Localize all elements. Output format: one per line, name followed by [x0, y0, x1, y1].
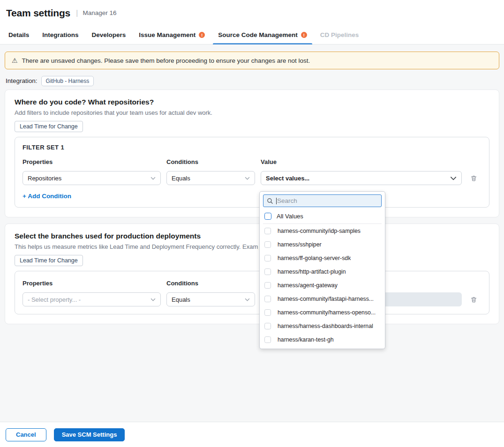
option-checkbox[interactable]: [264, 282, 271, 289]
properties-select-value: Repositories: [28, 175, 150, 182]
option-checkbox[interactable]: [264, 255, 271, 261]
option-checkbox[interactable]: [264, 309, 271, 316]
option-checkbox[interactable]: [264, 336, 271, 343]
text-caret: [276, 198, 277, 204]
lead-time-chip: Lead Time for Change: [15, 255, 83, 266]
option-checkbox[interactable]: [264, 296, 271, 302]
tab[interactable]: Integrations: [36, 26, 85, 44]
dropdown-option-label: harness-community/fastapi-harness...: [278, 296, 374, 302]
tab[interactable]: Source Code Management !: [211, 26, 314, 44]
title-separator: |: [76, 8, 78, 18]
section-subtitle: This helps us measure metrics like Lead …: [15, 243, 258, 250]
integration-label: Integration:: [6, 77, 38, 84]
conditions-select[interactable]: Equals: [166, 292, 255, 306]
dropdown-option[interactable]: harness/http-artifact-plugin: [263, 265, 382, 278]
save-scm-settings-button[interactable]: Save SCM Settings: [54, 428, 125, 441]
unsaved-changes-banner: ⚠ There are unsaved changes. Please save…: [5, 52, 499, 69]
repositories-section-card: Where do you code? What repositories? Ad…: [5, 89, 499, 217]
chevron-down-icon: [450, 176, 457, 180]
warning-icon: ⚠: [12, 57, 18, 64]
properties-column-label: Properties: [23, 280, 161, 287]
properties-column-label: Properties: [23, 158, 161, 165]
conditions-column-label: Conditions: [166, 158, 255, 165]
dropdown-option-label: harness/karan-test-gh: [278, 336, 334, 343]
dropdown-option[interactable]: harness-community/harness-openso...: [263, 305, 382, 319]
dropdown-option[interactable]: harness/ff-golang-server-sdk: [263, 251, 382, 265]
dropdown-option[interactable]: harness/...: [263, 346, 382, 349]
conditions-column-label: Conditions: [166, 280, 255, 287]
dropdown-option[interactable]: harness/harness-dashboards-internal: [263, 319, 382, 333]
page-subtitle: Manager 16: [83, 9, 116, 16]
tab-label: Integrations: [42, 31, 78, 38]
dropdown-option-label: harness/http-artifact-plugin: [278, 268, 346, 275]
integration-chip[interactable]: GitHub - Harness: [41, 76, 94, 86]
delete-filter-button[interactable]: [467, 172, 480, 184]
trash-icon: [470, 175, 477, 182]
filter-set-box: FILTER SET 1 Properties Conditions Value…: [15, 137, 489, 208]
dropdown-option-label: harness/agent-gateway: [278, 282, 338, 289]
dropdown-option-label: harness/ff-golang-server-sdk: [278, 255, 351, 261]
value-dropdown-panel: All Values harness-community/idp-samples…: [259, 191, 385, 349]
lead-time-chip: Lead Time for Change: [15, 121, 83, 132]
dropdown-option[interactable]: harness/agent-gateway: [263, 278, 382, 292]
dropdown-option-label: harness-community/harness-openso...: [278, 309, 376, 316]
chevron-down-icon: [245, 177, 250, 180]
tab-label: CD Pipelines: [320, 31, 359, 38]
properties-select[interactable]: Repositories: [23, 171, 161, 185]
properties-select[interactable]: - Select property... -: [23, 292, 161, 306]
banner-text: There are unsaved changes. Please save t…: [22, 57, 310, 64]
tab-label: Developers: [92, 31, 126, 38]
select-all-option[interactable]: All Values: [263, 209, 382, 224]
dropdown-option[interactable]: harness/karan-test-gh: [263, 333, 382, 346]
section-title: Select the branches used for production …: [15, 232, 489, 240]
dropdown-search-box[interactable]: [263, 194, 382, 207]
section-title: Where do you code? What repositories?: [15, 98, 489, 106]
value-column-label: Value: [261, 158, 462, 165]
branches-section-card: Select the branches used for production …: [5, 224, 499, 324]
dropdown-options-list: harness-community/idp-samples harness/ss…: [263, 224, 382, 349]
add-condition-button[interactable]: + Add Condition: [23, 193, 71, 200]
option-checkbox[interactable]: [264, 228, 271, 234]
all-values-label: All Values: [277, 213, 303, 220]
dropdown-option-label: harness/sshpiper: [278, 241, 322, 248]
alert-badge-icon: !: [199, 32, 205, 38]
search-icon: [267, 198, 273, 204]
chevron-down-icon: [245, 298, 250, 301]
cancel-button[interactable]: Cancel: [6, 428, 46, 441]
chevron-down-icon: [150, 177, 156, 180]
footer-bar: Cancel Save SCM Settings: [0, 422, 504, 447]
dropdown-option-label: harness/harness-dashboards-internal: [278, 323, 373, 329]
section-subtitle: Add filters to include repositories that…: [15, 109, 489, 116]
integration-row: Integration: GitHub - Harness: [6, 75, 498, 86]
all-values-checkbox[interactable]: [264, 213, 271, 220]
filter-set-label: FILTER SET 1: [23, 144, 481, 151]
tab-bar: Details Integrations Developers Issue Ma…: [0, 26, 504, 45]
dropdown-option-label: harness-community/idp-samples: [278, 228, 361, 234]
chevron-down-icon: [150, 298, 156, 301]
conditions-select-value: Equals: [172, 296, 245, 303]
search-input[interactable]: [277, 197, 378, 204]
trash-icon: [470, 296, 477, 303]
option-checkbox[interactable]: [264, 323, 271, 329]
conditions-select-value: Equals: [172, 175, 245, 182]
option-checkbox[interactable]: [264, 268, 271, 275]
delete-filter-button[interactable]: [467, 293, 480, 305]
value-multiselect[interactable]: Select values...: [261, 171, 462, 185]
tab[interactable]: Issue Management !: [132, 26, 211, 44]
page-title: Team settings: [6, 7, 70, 19]
conditions-select[interactable]: Equals: [166, 171, 255, 185]
option-checkbox[interactable]: [264, 241, 271, 248]
tab[interactable]: CD Pipelines: [314, 26, 366, 44]
properties-select-placeholder: - Select property... -: [28, 296, 150, 303]
tab-label: Details: [8, 31, 29, 38]
value-select-placeholder: Select values...: [266, 175, 450, 182]
tab-label: Source Code Management: [218, 31, 298, 38]
dropdown-option[interactable]: harness/sshpiper: [263, 238, 382, 251]
dropdown-option[interactable]: harness-community/idp-samples: [263, 224, 382, 238]
tab[interactable]: Details: [2, 26, 36, 44]
tab[interactable]: Developers: [85, 26, 133, 44]
filter-set-box: Properties Conditions - Select property.…: [15, 271, 489, 314]
dropdown-option[interactable]: harness-community/fastapi-harness...: [263, 292, 382, 305]
page-header: Team settings | Manager 16: [0, 0, 504, 26]
tab-label: Issue Management: [139, 31, 196, 38]
